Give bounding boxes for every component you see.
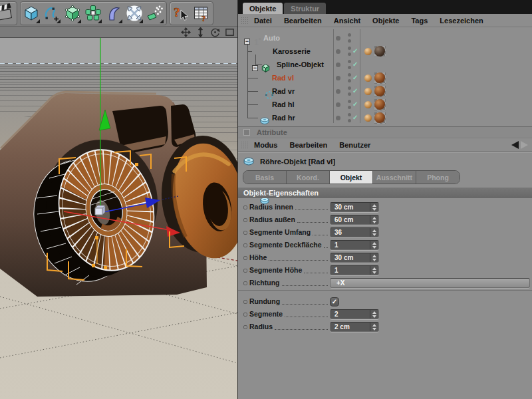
menu-datei[interactable]: Datei — [254, 17, 272, 25]
visibility-render-dot[interactable] — [348, 39, 351, 43]
stepper[interactable] — [370, 215, 378, 224]
keyframe-dot[interactable] — [243, 281, 247, 285]
add-particle-emitter-icon[interactable] — [144, 2, 165, 25]
layer-dot[interactable] — [336, 63, 340, 67]
layer-dot[interactable] — [336, 89, 340, 94]
visibility-editor-dot[interactable] — [348, 47, 351, 50]
tree-row-auto[interactable]: − 1 Auto — [238, 31, 532, 45]
menu-bearbeiten[interactable]: Bearbeiten — [284, 17, 322, 25]
material-tag-brown[interactable] — [374, 72, 385, 83]
add-hypernurbs-icon[interactable] — [62, 2, 82, 25]
add-array-object-icon[interactable] — [82, 2, 103, 25]
stepper[interactable] — [370, 266, 378, 275]
tab-struktur[interactable]: Struktur — [284, 3, 326, 14]
material-tag-small[interactable] — [364, 48, 372, 55]
add-cube-primitive-icon[interactable] — [21, 2, 41, 25]
stepper[interactable] — [370, 228, 378, 237]
pan-camera-icon[interactable] — [180, 27, 192, 37]
render-clapper-icon[interactable] — [0, 2, 12, 25]
axis-origin-handle[interactable] — [95, 208, 102, 215]
tree-row-spline-objekt[interactable]: Spline-Objekt — [238, 58, 532, 71]
menu-modus[interactable]: Modus — [254, 141, 277, 149]
palette-grip-icon[interactable] — [241, 141, 249, 148]
tab-phong[interactable]: Phong — [416, 171, 460, 184]
material-tag-small[interactable] — [364, 114, 372, 122]
material-tag-brown[interactable] — [374, 112, 385, 123]
menu-lesezeichen[interactable]: Lesezeichen — [440, 17, 483, 25]
radius-aussen-field[interactable]: 60 cm — [330, 215, 379, 225]
segmente-hoehe-field[interactable]: 1 — [330, 265, 379, 275]
layer-dot[interactable] — [336, 49, 340, 54]
material-tag-brown[interactable] — [374, 86, 385, 96]
visibility-editor-dot[interactable] — [348, 33, 351, 37]
visibility-editor-dot[interactable] — [348, 113, 351, 116]
rundung-checkbox[interactable]: ✓ — [330, 297, 339, 307]
stepper[interactable] — [370, 203, 378, 211]
visibility-render-dot[interactable] — [348, 79, 351, 82]
visibility-render-dot[interactable] — [348, 53, 351, 56]
segmente-umfang-field[interactable]: 36 — [330, 227, 379, 237]
keyframe-dot[interactable] — [243, 269, 247, 273]
zoom-camera-icon[interactable] — [194, 27, 206, 37]
visibility-render-dot[interactable] — [348, 66, 351, 69]
tab-ausschnitt[interactable]: Ausschnitt — [373, 171, 416, 184]
menu-tags[interactable]: Tags — [411, 17, 428, 25]
material-tag-dark[interactable] — [374, 46, 385, 57]
stepper[interactable] — [370, 253, 378, 262]
enable-check-icon[interactable]: ✓ — [352, 61, 358, 68]
workplane-arrows-icon[interactable] — [124, 2, 144, 25]
menu-bearbeiten-attr[interactable]: Bearbeiten — [289, 141, 327, 149]
layer-dot[interactable] — [336, 102, 340, 107]
keyframe-dot[interactable] — [243, 256, 247, 260]
visibility-render-dot[interactable] — [348, 119, 351, 122]
keyframe-dot[interactable] — [243, 243, 247, 247]
visibility-render-dot[interactable] — [348, 92, 351, 96]
visibility-editor-dot[interactable] — [348, 100, 351, 103]
radius-rundung-field[interactable]: 2 cm — [330, 322, 379, 332]
rotate-camera-icon[interactable] — [209, 27, 221, 37]
visibility-editor-dot[interactable] — [348, 73, 351, 76]
visibility-render-dot[interactable] — [348, 106, 351, 109]
maximize-view-icon[interactable] — [223, 27, 235, 37]
tab-objekt[interactable]: Objekt — [330, 171, 373, 184]
history-forward-icon[interactable] — [521, 141, 528, 149]
layer-dot[interactable] — [336, 116, 340, 120]
enable-check-icon[interactable]: ✓ — [352, 47, 358, 55]
command-manager-icon[interactable]: ? — [191, 2, 211, 25]
tab-koord[interactable]: Koord. — [287, 171, 330, 184]
material-tag-small[interactable] — [364, 88, 372, 95]
keyframe-dot[interactable] — [243, 218, 247, 222]
segmente-deckflaeche-field[interactable]: 1 — [330, 240, 379, 250]
keyframe-dot[interactable] — [243, 205, 247, 209]
visibility-editor-dot[interactable] — [348, 60, 351, 63]
stepper[interactable] — [370, 323, 378, 331]
context-help-icon[interactable]: ? — [170, 2, 191, 25]
menu-objekte[interactable]: Objekte — [372, 17, 399, 25]
keyframe-dot[interactable] — [243, 300, 247, 304]
tab-objekte[interactable]: Objekte — [243, 3, 283, 14]
radius-innen-field[interactable]: 30 cm — [330, 202, 379, 212]
tab-basis[interactable]: Basis — [243, 171, 287, 184]
palette-grip-icon[interactable] — [241, 17, 249, 24]
menu-ansicht[interactable]: Ansicht — [334, 17, 360, 25]
enable-check-icon[interactable]: ✓ — [352, 114, 358, 121]
layer-dot[interactable] — [336, 36, 340, 41]
material-tag-small[interactable] — [364, 101, 372, 108]
add-deformer-icon[interactable] — [103, 2, 124, 25]
history-back-icon[interactable] — [511, 141, 519, 149]
material-tag-brown[interactable] — [374, 99, 385, 110]
add-spline-icon[interactable] — [41, 2, 62, 25]
hoehe-field[interactable]: 30 cm — [330, 253, 379, 263]
layer-dot[interactable] — [336, 76, 340, 80]
keyframe-dot[interactable] — [243, 231, 247, 235]
menu-benutzer[interactable]: Benutzer — [339, 141, 370, 149]
enable-check-icon[interactable]: ✓ — [352, 100, 358, 108]
material-tag-small[interactable] — [364, 74, 372, 82]
viewport-3d[interactable] — [0, 38, 237, 399]
keyframe-dot[interactable] — [243, 325, 247, 329]
enable-check-icon[interactable]: ✓ — [352, 74, 358, 81]
segmente-field[interactable]: 2 — [330, 309, 379, 319]
expander-auto[interactable]: − — [244, 39, 250, 45]
visibility-editor-dot[interactable] — [348, 86, 351, 90]
stepper[interactable] — [370, 241, 378, 249]
